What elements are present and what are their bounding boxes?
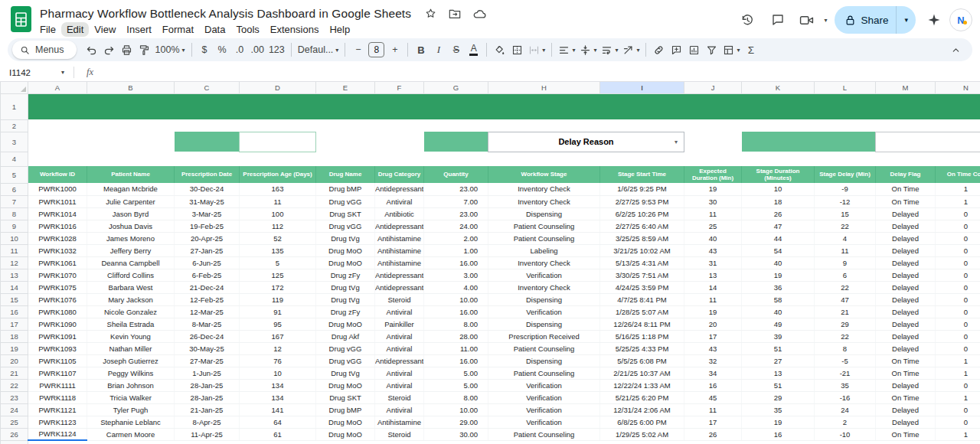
cell[interactable]: 0 [936, 244, 980, 256]
cell[interactable]: 5/13/25 4:31 AM [600, 256, 684, 269]
cell[interactable]: -5 [815, 354, 876, 367]
cell[interactable]: 15 [815, 207, 876, 220]
cell[interactable] [28, 132, 87, 152]
cell[interactable]: Barbara West [87, 281, 175, 293]
cell[interactable]: Delayed [876, 269, 936, 281]
cell[interactable]: 27-Jan-25 [175, 244, 240, 256]
paint-format-button[interactable] [136, 41, 153, 59]
share-caret-icon[interactable]: ▾ [897, 16, 916, 24]
cell[interactable]: 1 [936, 428, 980, 440]
row-header-23[interactable]: 23 [1, 391, 28, 403]
cell[interactable]: -16 [815, 391, 876, 403]
cell[interactable]: PWRK1118 [28, 391, 87, 403]
cell[interactable]: 3.00 [424, 269, 488, 281]
row-header-18[interactable]: 18 [1, 330, 28, 342]
cell[interactable]: 27-Mar-25 [175, 354, 240, 367]
table-column-header[interactable]: Stage Duration (Minutes) [742, 166, 815, 183]
cell[interactable]: 1-Jun-25 [175, 367, 240, 379]
cell[interactable]: PWRK1061 [28, 256, 87, 269]
insert-link-button[interactable] [650, 41, 668, 59]
cell[interactable]: 36 [742, 281, 815, 293]
cell[interactable]: Dispensing [488, 318, 600, 330]
doc-title[interactable]: Pharmacy Workflow Bottleneck Analysis Da… [40, 7, 411, 21]
cell[interactable]: Delayed [876, 232, 936, 244]
cell[interactable]: Peggy Wilkins [87, 367, 175, 379]
row-header-21[interactable]: 21 [1, 367, 28, 379]
cell[interactable]: 12/26/24 8:11 PM [600, 318, 684, 330]
cell[interactable]: 91 [240, 305, 316, 318]
cell[interactable]: 1 [936, 367, 980, 379]
functions-button[interactable]: Σ [742, 41, 760, 59]
cell[interactable]: Drug vGG [316, 354, 375, 367]
cell[interactable]: 35 [742, 403, 815, 416]
cell[interactable] [87, 440, 980, 444]
row-header-1[interactable]: 1 [1, 93, 28, 119]
cell[interactable]: PWRK1080 [28, 305, 87, 318]
cell[interactable]: 172 [240, 281, 316, 293]
cell[interactable]: -21 [815, 367, 876, 379]
cell[interactable]: -9 [815, 183, 876, 195]
cell[interactable]: Drug Akf [316, 330, 375, 342]
cell[interactable]: 5/21/25 6:20 PM [600, 391, 684, 403]
cell[interactable]: 1/6/25 9:25 PM [600, 183, 684, 195]
cell[interactable]: Antibiotic [375, 207, 424, 220]
cell[interactable]: 20 [684, 318, 742, 330]
cell[interactable]: Antidepressant [375, 269, 424, 281]
cell[interactable]: Labeling [488, 244, 600, 256]
cell[interactable]: Delayed [876, 220, 936, 232]
cell[interactable]: 100 [240, 207, 316, 220]
table-views-button[interactable]: ▾ [720, 41, 742, 59]
cell[interactable]: 58 [742, 293, 815, 305]
cell[interactable]: Antihistamine [375, 256, 424, 269]
cell[interactable]: 0 [936, 232, 980, 244]
cell[interactable]: 11 [684, 207, 742, 220]
cell[interactable]: 134 [240, 379, 316, 391]
cell[interactable]: 28.00 [424, 330, 488, 342]
cell[interactable]: Inventory Check [488, 281, 600, 293]
cell[interactable]: 26 [742, 207, 815, 220]
empty-row[interactable] [28, 152, 980, 166]
cell[interactable]: 43 [684, 342, 742, 354]
cell[interactable]: Delayed [876, 305, 936, 318]
cell[interactable]: Dispensing [488, 207, 600, 220]
cell[interactable]: 21 [815, 305, 876, 318]
cell[interactable]: 3/25/25 8:59 AM [600, 232, 684, 244]
vertical-align-button[interactable]: ▾ [577, 41, 599, 59]
cell[interactable]: 5.00 [424, 379, 488, 391]
row-header-3[interactable]: 3 [1, 132, 28, 152]
table-column-header[interactable]: Patient Name [87, 166, 175, 183]
cell[interactable]: 6-Jun-25 [175, 256, 240, 269]
cell[interactable]: 1 [936, 354, 980, 367]
cell[interactable]: 54 [742, 244, 815, 256]
cell[interactable]: 47 [742, 220, 815, 232]
cell[interactable]: Sheila Estrada [87, 318, 175, 330]
cell[interactable]: 3-Mar-25 [175, 207, 240, 220]
menu-edit[interactable]: Edit [61, 22, 89, 37]
borders-button[interactable] [508, 41, 526, 59]
cell[interactable]: 4 [815, 232, 876, 244]
menu-format[interactable]: Format [157, 22, 199, 37]
cell[interactable]: 1 [936, 183, 980, 195]
cell[interactable]: 0 [936, 416, 980, 428]
row-header-17[interactable]: 17 [1, 318, 28, 330]
cell[interactable]: PWRK1107 [28, 367, 87, 379]
cell[interactable]: PWRK1111 [28, 379, 87, 391]
cell[interactable]: 24.00 [424, 220, 488, 232]
row-header-22[interactable]: 22 [1, 379, 28, 391]
column-header-L[interactable]: L [815, 82, 876, 93]
cell[interactable]: PWRK1032 [28, 244, 87, 256]
cell[interactable]: Drug MoO [316, 416, 375, 428]
cell[interactable]: PWRK1011 [28, 195, 87, 207]
cell[interactable]: Antihistamine [375, 232, 424, 244]
cell[interactable]: Antiviral [375, 367, 424, 379]
insert-chart-button[interactable] [685, 41, 703, 59]
cell[interactable]: Kevin Young [87, 330, 175, 342]
create-filter-button[interactable] [703, 41, 720, 59]
cell[interactable]: 112 [240, 220, 316, 232]
decrease-decimal-button[interactable]: .0 [231, 41, 249, 59]
comments-icon[interactable] [765, 7, 791, 33]
cell[interactable]: 6/2/25 10:26 PM [600, 207, 684, 220]
menu-insert[interactable]: Insert [121, 22, 157, 37]
version-history-icon[interactable] [734, 7, 760, 33]
cell[interactable]: 12-Mar-25 [175, 305, 240, 318]
